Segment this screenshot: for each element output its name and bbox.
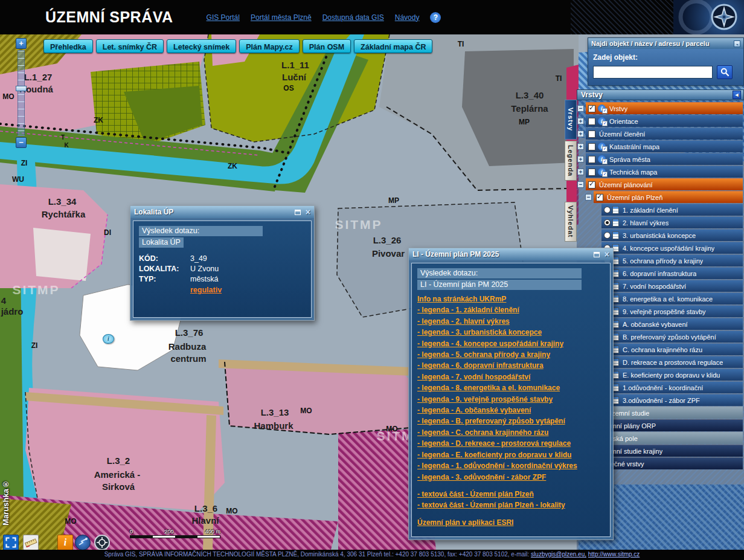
basemap-button[interactable]: Plán Mapy.cz [239,39,300,53]
layer-label[interactable]: A. občanské vybavení [623,321,688,328]
layer-checkbox[interactable] [588,130,595,138]
maximize-icon[interactable] [295,210,301,215]
layer-checkbox[interactable] [588,143,595,150]
layer-radio[interactable] [604,207,611,213]
panel-collapse-button[interactable]: ◄ [733,91,741,99]
info-tool-button[interactable]: i [57,535,73,550]
layers-panel-header[interactable]: Vrstvy ◄ [577,89,744,100]
legend-link[interactable]: - legenda - 2. hlavní výkres [417,316,604,327]
legend-link[interactable]: - legenda - 9. veřejně prospěšné stavby [417,394,604,405]
basemap-button[interactable]: Let. snímky ČR [96,39,164,53]
layer-tree-row[interactable]: i Katastrální mapa [586,140,743,152]
expand-toggle-icon[interactable] [577,105,584,112]
legend-link[interactable]: - legenda - 1. základní členění [417,304,604,315]
expand-toggle-icon[interactable] [577,181,584,188]
layer-tree-row[interactable]: i Územní plánování [586,178,743,190]
layer-label[interactable]: Územní plán Plzeň [607,194,662,201]
layer-label[interactable]: 6. dopravní infrastruktura [623,270,696,277]
side-tab[interactable]: Legenda [565,141,577,181]
layer-checkbox[interactable] [596,194,603,201]
text-part-link[interactable]: - textová část - Územní plán Plzeň [417,489,604,500]
route-tool-button[interactable] [75,535,91,550]
layer-tree-row[interactable]: i D. rekreace a prostorová regulace [601,356,743,368]
layer-tree-row[interactable]: i 3.odůvodnění - zábor ZPF [601,394,743,406]
layer-checkbox[interactable] [588,118,595,125]
legend-link[interactable]: - legenda - 4. koncepce uspořádání kraji… [417,338,604,349]
legend-link[interactable]: - legenda - 5. ochrana přírody a krajiny [417,349,604,360]
layer-tree-row[interactable]: i 1. základní členění [601,204,743,216]
layer-tree-row[interactable]: i Orientace [586,115,743,127]
basemap-button[interactable]: Základní mapa ČR [354,39,432,53]
layer-label[interactable]: 8. energetika a el. komunikace [623,295,713,303]
legend-link[interactable]: - legenda - D. rekreace - prostorová reg… [417,438,604,449]
layer-tree-row[interactable]: i Územní studie [594,407,743,419]
layer-radio[interactable] [604,219,611,226]
zoom-slider-handle[interactable] [16,86,27,91]
footer-email-link[interactable]: sluzbygis@plzen.eu, [531,551,586,558]
search-input[interactable] [593,66,713,79]
layer-label[interactable]: 1.odůvodnění - koordinační [623,384,703,391]
layer-tree-row[interactable]: i 6. dopravní infrastruktura [601,267,743,279]
layer-tree-row[interactable]: i A. občanské vybavení [601,318,743,330]
layer-tree-row[interactable]: i orská pole [594,432,743,444]
info-ukrmp-link[interactable]: Info na stránkách UKRmP [417,294,604,304]
legend-link[interactable]: - legenda - 8. energetika a el. komunika… [417,382,604,393]
layer-label[interactable]: 1. základní členění [623,207,678,214]
query-result-marker[interactable]: i [103,334,114,344]
layer-tree-row[interactable]: i Správa města [586,153,743,165]
header-link[interactable]: Portál města Plzně [251,13,312,22]
legend-link[interactable]: - legenda - 3. urbanistická koncepce [417,327,604,338]
layer-tree-row[interactable]: i C. ochrana krajinného rázu [601,343,743,355]
layer-tree-row[interactable]: i 7. vodní hospodářství [601,280,743,292]
footer-url-link[interactable]: http://www.sitmp.cz [588,551,640,558]
text-part-link[interactable]: - textová část - Územní plán Plzeň - lok… [417,500,604,510]
layer-label[interactable]: 3.odůvodnění - zábor ZPF [623,397,700,404]
legend-link[interactable]: - legenda - 3. odůvodnění - zábor ZPF [417,472,604,483]
header-link[interactable]: GIS Portál [207,13,240,22]
layer-label[interactable]: 7. vodní hospodářství [623,283,686,290]
basemap-button[interactable]: Plán OSM [303,39,351,53]
layer-tree-row[interactable]: i B. preferovaný způsob vytápění [601,330,743,343]
layer-tree-row[interactable]: i Technická mapa [586,166,743,178]
legend-link[interactable]: - legenda - A. občanské vybavení [417,405,604,416]
close-icon[interactable]: × [306,208,310,216]
layer-tree-row[interactable]: i Územní členění [586,127,743,140]
layer-label[interactable]: C. ochrana krajinného rázu [623,346,702,353]
layer-checkbox[interactable] [588,105,595,112]
layer-label[interactable]: Územní plánování [599,181,653,188]
layer-label[interactable]: Katastrální mapa [609,143,659,150]
zoom-slider-track[interactable] [18,50,25,136]
layer-tree-row[interactable]: i Územní plán Plzeň [594,191,743,203]
layer-label[interactable]: B. preferovaný způsob vytápění [623,333,716,341]
expand-toggle-icon[interactable] [577,143,584,150]
layer-tree-row[interactable]: i 5. ochrana přírody a krajiny [601,254,743,266]
maximize-icon[interactable] [594,252,600,257]
layer-label[interactable]: Správa města [609,156,650,163]
layer-tree-row[interactable]: i E. koeficienty pro dopravu v klidu [601,369,743,381]
side-tab[interactable]: Vyhledat [565,202,577,242]
basemap-button[interactable]: Přehledka [43,39,93,53]
layer-label[interactable]: 2. hlavní výkres [623,219,669,227]
layer-label[interactable]: Technická mapa [609,169,658,176]
expand-toggle-icon[interactable] [577,169,584,175]
dialog-title-bar[interactable]: Lokalita ÚP × [130,206,314,218]
legend-link[interactable]: - legenda - B. preferovaný způsob vytápě… [417,416,604,426]
layer-label[interactable]: Územní členění [599,130,645,138]
layer-info-icon[interactable]: i [598,105,606,112]
layer-tree-row[interactable]: i Vrstvy [586,102,743,114]
layer-label[interactable]: E. koeficienty pro dopravu v klidu [623,372,720,379]
search-panel-header[interactable]: Najdi objekt / název / adresu / parcelu … [588,38,743,49]
layer-label[interactable]: 4. koncepce uspořádání krajiny [623,245,714,252]
layer-label[interactable]: D. rekreace a prostorová regulace [623,359,723,366]
legend-link[interactable]: - legenda - C. ochrana krajinného rázu [417,427,604,438]
zoom-in-button[interactable]: + [16,38,27,49]
layer-checkbox[interactable] [588,156,595,163]
basemap-button[interactable]: Letecký snímek [167,39,236,53]
layer-info-icon[interactable]: i [598,143,606,150]
layer-checkbox[interactable] [588,181,595,188]
legend-link[interactable]: - legenda - 6. dopravní infrastruktura [417,360,604,371]
legend-link[interactable]: - legenda - 7. vodní hospodářství [417,372,604,382]
layer-info-icon[interactable]: i [598,117,606,125]
geolocate-button[interactable] [94,535,110,550]
layer-tree-row[interactable]: i 2. hlavní výkres [601,216,743,228]
